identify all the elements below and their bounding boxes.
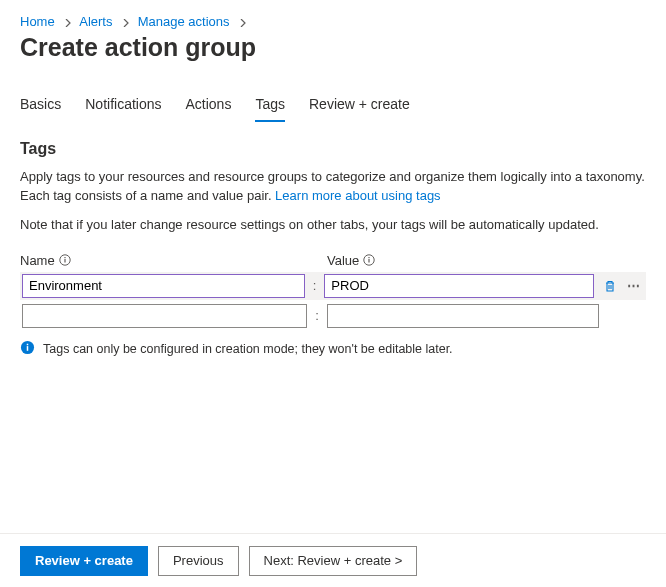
- tag-row: : ⋯: [20, 272, 646, 300]
- info-icon: [20, 340, 35, 358]
- breadcrumb-home[interactable]: Home: [20, 14, 55, 29]
- trash-icon[interactable]: [600, 276, 620, 296]
- breadcrumb: Home Alerts Manage actions: [20, 14, 646, 29]
- svg-rect-4: [369, 259, 370, 263]
- tabs: Basics Notifications Actions Tags Review…: [20, 90, 646, 122]
- section-heading: Tags: [20, 140, 646, 158]
- tag-value-input[interactable]: [324, 274, 594, 298]
- chevron-right-icon: [122, 14, 130, 29]
- tab-basics[interactable]: Basics: [20, 90, 61, 122]
- chevron-right-icon: [64, 14, 72, 29]
- svg-rect-2: [64, 257, 65, 258]
- breadcrumb-alerts[interactable]: Alerts: [79, 14, 112, 29]
- info-icon[interactable]: [59, 254, 71, 266]
- tag-separator: :: [307, 308, 327, 323]
- tag-row: :: [20, 302, 646, 330]
- section-description: Apply tags to your resources and resourc…: [20, 168, 646, 206]
- tags-info-message: Tags can only be configured in creation …: [20, 340, 646, 358]
- review-create-button[interactable]: Review + create: [20, 546, 148, 576]
- svg-rect-7: [27, 346, 29, 351]
- next-button[interactable]: Next: Review + create >: [249, 546, 418, 576]
- svg-rect-8: [27, 343, 29, 345]
- tags-name-header: Name: [20, 253, 305, 268]
- breadcrumb-manage-actions[interactable]: Manage actions: [138, 14, 230, 29]
- chevron-right-icon: [239, 14, 247, 29]
- tag-value-input[interactable]: [327, 304, 599, 328]
- tab-review-create[interactable]: Review + create: [309, 90, 410, 122]
- info-icon[interactable]: [363, 254, 375, 266]
- svg-rect-1: [64, 259, 65, 263]
- section-note: Note that if you later change resource s…: [20, 216, 646, 235]
- more-icon[interactable]: ⋯: [624, 278, 644, 293]
- tag-name-input[interactable]: [22, 304, 307, 328]
- tab-tags[interactable]: Tags: [255, 90, 285, 122]
- tag-name-input[interactable]: [22, 274, 305, 298]
- svg-rect-5: [369, 257, 370, 258]
- page-title: Create action group: [20, 33, 646, 62]
- tab-notifications[interactable]: Notifications: [85, 90, 161, 122]
- learn-more-link[interactable]: Learn more about using tags: [275, 188, 441, 203]
- tags-value-header: Value: [327, 253, 607, 268]
- previous-button[interactable]: Previous: [158, 546, 239, 576]
- footer: Review + create Previous Next: Review + …: [0, 533, 666, 587]
- tag-separator: :: [305, 278, 325, 293]
- tab-actions[interactable]: Actions: [186, 90, 232, 122]
